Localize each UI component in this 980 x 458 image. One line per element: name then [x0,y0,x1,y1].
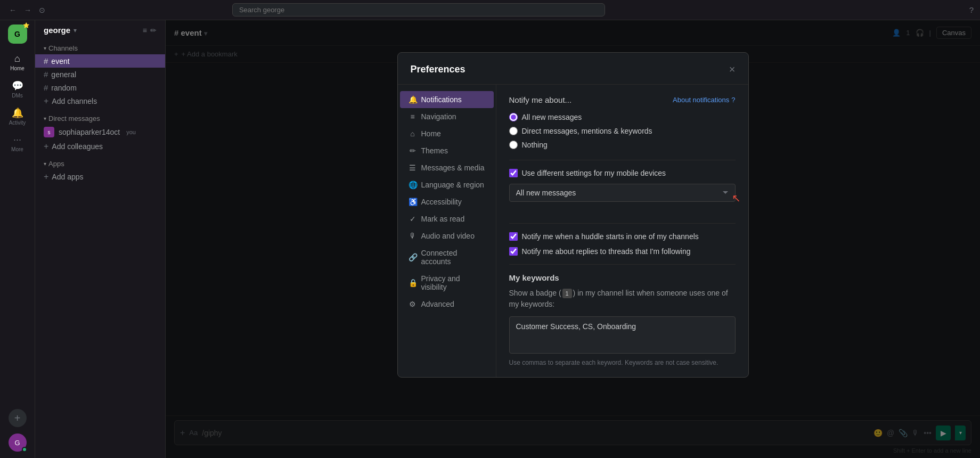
more-icon: ··· [13,134,21,145]
replies-checkbox-input[interactable] [509,247,518,256]
channel-item-random[interactable]: # random [35,81,165,94]
main-layout: G ⭐ ⌂ Home 💬 DMs 🔔 Activity ··· More + G… [0,20,980,458]
replies-checkbox[interactable]: Notify me about replies to threads that … [509,247,736,256]
channel-name-event: event [51,57,69,66]
sidebar-item-dms[interactable]: 💬 DMs [4,77,31,102]
channels-title: Channels [48,44,78,52]
more-label: More [11,146,23,152]
sidebar-item-home[interactable]: ⌂ Home [4,50,31,75]
keywords-hint: Use commas to separate each keyword. Key… [509,359,736,366]
preferences-content: Notify me about... About notifications ?… [496,85,748,377]
you-badge: you [126,129,136,135]
add-apps-icon: + [44,172,48,182]
home-pref-label: Home [421,129,441,138]
apps-chevron: ▾ [44,161,46,167]
sophia-avatar: s [44,127,54,137]
radio-dm-mentions-label: Direct messages, mentions & keywords [522,127,652,135]
pref-item-home[interactable]: ⌂ Home [400,125,494,142]
advanced-label: Advanced [421,300,454,308]
online-indicator [22,447,27,452]
add-channels-item[interactable]: + Add channels [35,94,165,108]
radio-dm-mentions[interactable]: Direct messages, mentions & keywords [509,127,736,135]
workspace-name[interactable]: george [44,26,70,35]
radio-dm-mentions-input[interactable] [509,127,518,135]
keywords-section: My keywords Show a badge (1) in my chann… [509,273,736,366]
history-button[interactable]: ⊙ [36,5,48,15]
user-avatar[interactable]: G [9,434,27,452]
mobile-checkbox[interactable]: Use different settings for my mobile dev… [509,169,736,177]
hash-icon: # [44,70,48,79]
channels-section-header[interactable]: ▾ Channels [35,42,165,54]
mark-as-read-icon: ✓ [409,215,417,223]
pref-item-language-region[interactable]: 🌐 Language & region [400,176,494,193]
modal-overlay: Preferences × 🔔 Notifications ≡ Navigati… [166,20,980,458]
keywords-title: My keywords [509,273,736,282]
home-label: Home [10,66,24,71]
pref-item-advanced[interactable]: ⚙ Advanced [400,296,494,313]
topbar-right: ? [969,5,974,14]
about-notifications-link[interactable]: About notifications ? [673,96,735,104]
forward-button[interactable]: → [21,5,34,15]
question-icon: ? [731,96,735,104]
add-colleagues-item[interactable]: + Add colleagues [35,140,165,153]
mobile-dropdown-wrapper: All new messages Direct messages, mentio… [509,184,736,212]
pref-item-privacy-visibility[interactable]: 🔒 Privacy and visibility [400,270,494,296]
dm-chevron: ▾ [44,116,46,121]
sidebar-item-more[interactable]: ··· More [4,131,31,156]
pref-item-audio-video[interactable]: 🎙 Audio and video [400,227,494,244]
radio-nothing-input[interactable] [509,141,518,149]
sidebar-header-icons: ≡ ✏ [143,26,157,35]
help-button[interactable]: ? [969,5,974,14]
search-input[interactable] [232,3,605,17]
language-region-label: Language & region [421,181,484,189]
radio-nothing-label: Nothing [522,141,548,149]
pref-item-messages-media[interactable]: ☰ Messages & media [400,159,494,176]
workspace-avatar[interactable]: G ⭐ [8,24,27,44]
radio-nothing[interactable]: Nothing [509,141,736,149]
mobile-checkbox-input[interactable] [509,169,518,177]
sidebar-item-activity[interactable]: 🔔 Activity [4,104,31,129]
mobile-dropdown[interactable]: All new messages Direct messages, mentio… [509,184,736,202]
filter-button[interactable]: ≡ [143,26,147,35]
audio-video-icon: 🎙 [409,232,417,240]
pref-item-mark-as-read[interactable]: ✓ Mark as read [400,210,494,227]
back-button[interactable]: ← [6,5,19,15]
preferences-sidebar: 🔔 Notifications ≡ Navigation ⌂ Home ✏ [398,85,496,377]
dm-section-header[interactable]: ▾ Direct messages [35,112,165,125]
channel-item-general[interactable]: # general [35,68,165,81]
pref-item-notifications[interactable]: 🔔 Notifications [400,91,494,108]
add-apps-item[interactable]: + Add apps [35,170,165,184]
huddle-checkbox[interactable]: Notify me when a huddle starts in one of… [509,232,736,241]
huddle-checkbox-input[interactable] [509,232,518,241]
pref-item-accessibility[interactable]: ♿ Accessibility [400,193,494,210]
pref-item-navigation[interactable]: ≡ Navigation [400,108,494,125]
pref-section-title: Notify me about... About notifications ? [509,95,736,104]
user-avatar-initials: G [14,439,20,447]
preferences-modal: Preferences × 🔔 Notifications ≡ Navigati… [397,52,749,378]
activity-label: Activity [9,120,26,126]
dm-item-sophia[interactable]: s sophiaparker14oct you [35,125,165,140]
compose-button[interactable]: ✏ [150,26,157,35]
radio-all-messages[interactable]: All new messages [509,113,736,121]
themes-icon: ✏ [409,146,417,155]
about-link-text: About notifications [673,96,729,104]
divider-1 [509,160,736,160]
dm-title: Direct messages [48,114,100,122]
navigation-label: Navigation [421,112,456,121]
modal-title: Preferences [411,64,466,75]
navigation-icon: ≡ [409,112,417,121]
huddle-checkbox-label: Notify me when a huddle starts in one of… [522,232,699,241]
keywords-textarea[interactable]: Customer Success, CS, Onboarding [509,316,736,354]
pref-item-themes[interactable]: ✏ Themes [400,142,494,159]
audio-video-label: Audio and video [421,232,475,240]
channel-item-event[interactable]: # event [35,54,165,68]
apps-section-header[interactable]: ▾ Apps [35,158,165,170]
modal-close-button[interactable]: × [729,63,736,76]
language-region-icon: 🌐 [409,181,417,189]
privacy-label: Privacy and visibility [421,274,485,291]
pref-item-connected-accounts[interactable]: 🔗 Connected accounts [400,244,494,270]
radio-all-messages-label: All new messages [522,113,582,121]
messages-media-label: Messages & media [421,163,485,172]
add-workspace-button[interactable]: + [9,409,27,427]
radio-all-messages-input[interactable] [509,113,518,121]
